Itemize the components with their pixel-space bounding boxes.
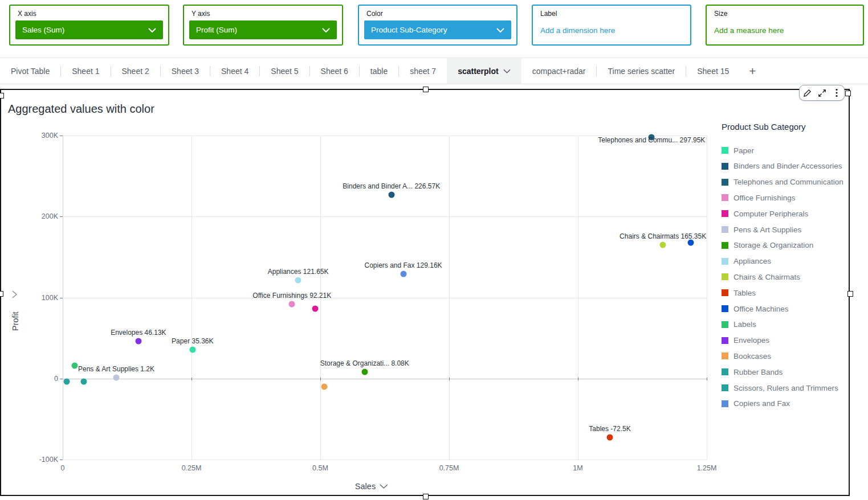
legend-item-label: Storage & Organization bbox=[733, 241, 813, 249]
data-point[interactable] bbox=[660, 241, 666, 248]
legend-item[interactable]: Office Machines bbox=[722, 301, 789, 317]
resize-handle-bottom[interactable] bbox=[423, 494, 429, 499]
sheet-tab-label: Sheet 1 bbox=[72, 67, 99, 76]
data-point[interactable] bbox=[321, 383, 328, 390]
sheet-tab-sheet-7[interactable]: sheet 7 bbox=[399, 58, 447, 84]
x-tick-label: 1M bbox=[573, 464, 582, 472]
legend-swatch bbox=[722, 258, 728, 265]
data-point[interactable] bbox=[64, 379, 70, 385]
legend-item-label: Copiers and Fax bbox=[733, 399, 790, 408]
sheet-tab-sheet-1[interactable]: Sheet 1 bbox=[61, 58, 110, 84]
y-tick-label: -100K bbox=[32, 456, 58, 464]
label-well: Label Add a dimension here bbox=[532, 5, 691, 46]
legend-swatch bbox=[722, 400, 728, 407]
x-tick-label: 1.25M bbox=[697, 464, 717, 472]
menu-icon[interactable] bbox=[830, 87, 843, 99]
expand-icon[interactable] bbox=[816, 87, 828, 99]
data-point-label: Envelopes 46.13K bbox=[111, 329, 166, 337]
sheet-tab-label: Sheet 6 bbox=[321, 67, 348, 76]
legend-item-label: Computer Peripherals bbox=[733, 210, 808, 218]
quicksight-analysis-view: X axis Sales (Sum) Y axis Profit (Sum) C… bbox=[0, 0, 868, 500]
legend-item[interactable]: Appliances bbox=[722, 253, 771, 269]
x-axis-field-dropdown[interactable]: Sales (Sum) bbox=[15, 21, 163, 39]
legend-item[interactable]: Bookcases bbox=[722, 348, 771, 364]
data-point[interactable] bbox=[388, 192, 394, 198]
legend-item-label: Tables bbox=[733, 289, 756, 297]
y-axis-title[interactable]: Profit bbox=[11, 312, 20, 331]
x-tick-label: 0.5M bbox=[312, 464, 328, 472]
legend-item[interactable]: Office Furnishings bbox=[722, 190, 796, 206]
sheet-tab-compact-radar[interactable]: compact+radar bbox=[521, 58, 597, 84]
legend-title: Product Sub Category bbox=[722, 122, 806, 132]
sheet-tab-label: table bbox=[370, 67, 388, 76]
data-point[interactable] bbox=[189, 347, 195, 353]
legend-item[interactable]: Scissors, Rulers and Trimmers bbox=[722, 380, 838, 396]
chevron-down-icon bbox=[503, 69, 511, 73]
label-well-placeholder[interactable]: Add a dimension here bbox=[540, 26, 615, 35]
legend-item[interactable]: Chairs & Chairmats bbox=[722, 269, 800, 285]
sheet-tab-label: Sheet 15 bbox=[697, 67, 729, 76]
sheet-tab-sheet-6[interactable]: Sheet 6 bbox=[310, 58, 359, 84]
legend-swatch bbox=[722, 210, 728, 217]
legend-item[interactable]: Binders and Binder Accessories bbox=[722, 158, 842, 174]
size-well-label: Size bbox=[714, 10, 727, 18]
legend-item[interactable]: Telephones and Communication bbox=[722, 174, 843, 190]
legend-item[interactable]: Paper bbox=[722, 142, 754, 158]
resize-handle-left[interactable] bbox=[0, 291, 3, 297]
resize-handle-top-left[interactable] bbox=[0, 93, 4, 99]
x-axis-title[interactable]: Sales bbox=[355, 482, 388, 491]
sheet-tab-label: Sheet 3 bbox=[172, 67, 199, 76]
legend-item[interactable]: Copiers and Fax bbox=[722, 396, 790, 412]
h-gridline bbox=[63, 460, 707, 460]
legend-item[interactable]: Pens & Art Supplies bbox=[722, 222, 801, 237]
sheet-tab-sheet-3[interactable]: Sheet 3 bbox=[161, 58, 210, 84]
edit-icon[interactable] bbox=[801, 87, 813, 99]
legend-item[interactable]: Tables bbox=[722, 285, 756, 301]
resize-handle-right[interactable] bbox=[847, 291, 853, 297]
add-sheet-button[interactable]: + bbox=[740, 58, 765, 84]
resize-handle-top[interactable] bbox=[423, 87, 429, 92]
data-point[interactable] bbox=[289, 301, 295, 307]
data-point-label: Appliances 121.65K bbox=[268, 268, 329, 276]
chevron-down-icon bbox=[496, 28, 504, 32]
sheet-tab-sheet-15[interactable]: Sheet 15 bbox=[686, 58, 740, 84]
scatterplot-visual-container[interactable]: Aggregated values with color 300K200K100… bbox=[0, 89, 850, 496]
data-point[interactable] bbox=[71, 362, 78, 368]
data-point[interactable] bbox=[135, 338, 141, 345]
sheet-tab-scatterplot[interactable]: scatterplot bbox=[447, 58, 521, 84]
color-well-label: Color bbox=[366, 10, 383, 18]
y-axis-options-chevron-icon[interactable] bbox=[10, 290, 18, 301]
size-well-placeholder[interactable]: Add a measure here bbox=[714, 26, 784, 35]
legend-item[interactable]: Computer Peripherals bbox=[722, 206, 808, 222]
legend-swatch bbox=[722, 368, 728, 375]
legend-item[interactable]: Storage & Organization bbox=[722, 237, 813, 253]
y-axis-well: Y axis Profit (Sum) bbox=[183, 5, 343, 46]
sheet-tab-sheet-4[interactable]: Sheet 4 bbox=[210, 58, 259, 84]
data-point[interactable] bbox=[607, 434, 613, 440]
sheet-tab-pivot-table[interactable]: Pivot Table bbox=[0, 58, 60, 84]
data-point-label: Copiers and Fax 129.16K bbox=[364, 261, 442, 269]
legend-item-label: Pens & Art Supplies bbox=[733, 226, 801, 234]
color-field-dropdown[interactable]: Product Sub-Category bbox=[364, 21, 511, 39]
sheet-tab-sheet-5[interactable]: Sheet 5 bbox=[260, 58, 309, 84]
sheet-tab-sheet-2[interactable]: Sheet 2 bbox=[111, 58, 160, 84]
legend-item[interactable]: Labels bbox=[722, 317, 756, 333]
sheet-tab-time-series-scatter[interactable]: Time series scatter bbox=[597, 58, 686, 84]
data-point[interactable] bbox=[113, 375, 120, 381]
data-point[interactable] bbox=[81, 378, 87, 384]
data-point[interactable] bbox=[361, 369, 368, 375]
chevron-down-icon bbox=[322, 28, 330, 32]
sheet-tab-table[interactable]: table bbox=[360, 58, 398, 84]
data-point[interactable] bbox=[400, 271, 406, 277]
resize-handle-top-right[interactable] bbox=[845, 91, 851, 96]
sheet-tab-label: compact+radar bbox=[532, 67, 586, 76]
legend-item-label: Office Furnishings bbox=[733, 194, 796, 202]
data-point[interactable] bbox=[687, 240, 694, 246]
data-point[interactable] bbox=[295, 277, 301, 283]
legend-swatch bbox=[722, 194, 728, 201]
legend-item-label: Envelopes bbox=[733, 336, 769, 345]
y-axis-field-dropdown[interactable]: Profit (Sum) bbox=[189, 21, 337, 39]
data-point[interactable] bbox=[312, 306, 318, 312]
legend-item[interactable]: Rubber Bands bbox=[722, 364, 783, 380]
legend-item[interactable]: Envelopes bbox=[722, 333, 769, 349]
